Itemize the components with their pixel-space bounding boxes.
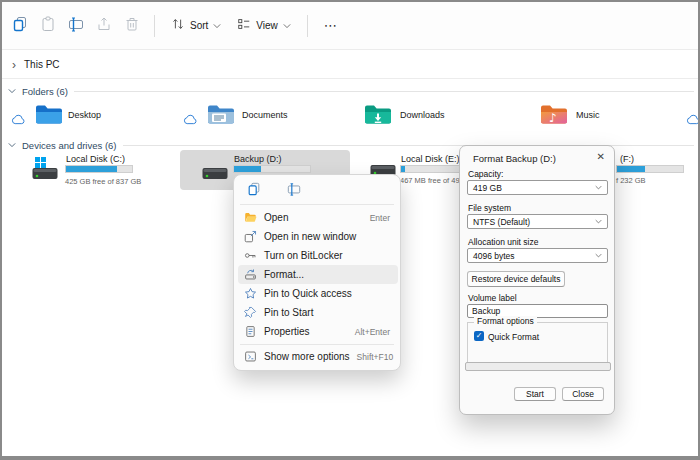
view-icon bbox=[237, 17, 251, 35]
chevron-down-icon bbox=[8, 142, 16, 148]
capacity-label: Capacity: bbox=[468, 169, 503, 179]
toolbar-separator bbox=[307, 15, 308, 37]
folders-section-title: Folders (6) bbox=[22, 86, 68, 97]
menu-item-label: Pin to Start bbox=[264, 307, 383, 318]
allocation-unit-label: Allocation unit size bbox=[468, 237, 538, 247]
format-options-label: Format options bbox=[474, 316, 537, 326]
paste-icon bbox=[40, 16, 56, 36]
menu-item-show-more-options[interactable]: Show more options Shift+F10 bbox=[238, 347, 398, 366]
menu-item-pin-to-start[interactable]: Pin to Start bbox=[238, 303, 398, 322]
rename-button[interactable] bbox=[62, 12, 90, 40]
paste-button[interactable] bbox=[34, 12, 62, 40]
folder-tile-downloads[interactable] bbox=[354, 100, 519, 132]
drive-usage-fill bbox=[234, 166, 261, 172]
drive-tile-f[interactable] bbox=[616, 150, 698, 190]
context-menu: Open Enter Open in new window Turn on Bi… bbox=[233, 174, 401, 371]
menu-item-format[interactable]: Format... bbox=[238, 265, 398, 284]
star-icon bbox=[244, 287, 257, 300]
menu-item-shortcut: Enter bbox=[370, 213, 390, 223]
more-options-icon bbox=[244, 350, 257, 363]
breadcrumb: › This PC bbox=[2, 51, 698, 79]
folders-section-header[interactable]: Folders (6) bbox=[8, 84, 694, 98]
rename-icon bbox=[68, 16, 84, 36]
menu-item-label: Format... bbox=[264, 269, 383, 280]
format-options-group bbox=[467, 322, 608, 364]
menu-item-label: Properties bbox=[264, 326, 348, 337]
menu-item-label: Open in new window bbox=[264, 231, 383, 242]
restore-defaults-button[interactable]: Restore device defaults bbox=[467, 271, 565, 287]
menu-item-label: Show more options bbox=[264, 351, 350, 362]
copy-button[interactable] bbox=[6, 12, 34, 40]
chevron-down-icon bbox=[595, 185, 602, 190]
dialog-title: Format Backup (D:) bbox=[473, 153, 556, 164]
delete-button[interactable] bbox=[118, 12, 146, 40]
close-button[interactable]: Close bbox=[562, 387, 604, 401]
chevron-down-icon bbox=[595, 219, 602, 224]
folder-tile-music[interactable] bbox=[530, 100, 680, 132]
more-options-button[interactable]: ⋯ bbox=[316, 18, 346, 33]
folder-tile-desktop[interactable] bbox=[8, 100, 173, 132]
view-button[interactable]: View bbox=[229, 13, 299, 39]
file-system-value: NTFS (Default) bbox=[473, 217, 530, 227]
menu-item-shortcut: Shift+F10 bbox=[357, 352, 394, 362]
menu-item-label: Open bbox=[264, 212, 363, 223]
menu-separator bbox=[240, 204, 394, 205]
copy-icon bbox=[247, 182, 261, 200]
chevron-down-icon bbox=[595, 253, 602, 258]
drive-label: Backup (D:) bbox=[234, 154, 282, 164]
context-menu-icon-row bbox=[243, 182, 305, 200]
file-system-dropdown[interactable]: NTFS (Default) bbox=[467, 214, 608, 229]
menu-item-turn-on-bitlocker[interactable]: Turn on BitLocker bbox=[238, 246, 398, 265]
menu-item-label: Pin to Quick access bbox=[264, 288, 383, 299]
toolbar-separator bbox=[154, 15, 155, 37]
section-divider bbox=[74, 91, 694, 92]
devices-section-title: Devices and drives (6) bbox=[22, 140, 117, 151]
allocation-unit-dropdown[interactable]: 4096 bytes bbox=[467, 248, 608, 263]
file-system-label: File system bbox=[468, 203, 511, 213]
properties-icon bbox=[244, 325, 257, 338]
file-explorer-window: Sort View ⋯ › This PC Folders (6) Deskto… bbox=[0, 0, 700, 460]
start-button[interactable]: Start bbox=[514, 387, 556, 401]
pin-icon bbox=[244, 306, 257, 319]
sort-icon bbox=[171, 17, 185, 35]
quick-format-checkbox[interactable]: ✓ bbox=[474, 331, 484, 341]
bitlocker-key-icon bbox=[244, 249, 257, 262]
delete-icon bbox=[124, 16, 140, 36]
allocation-unit-value: 4096 bytes bbox=[473, 251, 515, 261]
capacity-dropdown[interactable]: 419 GB bbox=[467, 180, 608, 195]
volume-label-label: Volume label bbox=[468, 293, 517, 303]
drive-usage-bar bbox=[233, 165, 311, 173]
menu-item-shortcut: Alt+Enter bbox=[355, 327, 390, 337]
view-label: View bbox=[256, 20, 278, 31]
cloud-sync-icon bbox=[686, 111, 700, 129]
rename-button[interactable] bbox=[283, 182, 305, 200]
menu-separator bbox=[240, 344, 394, 345]
copy-button[interactable] bbox=[243, 182, 265, 200]
rename-icon bbox=[287, 182, 301, 200]
format-drive-icon bbox=[244, 268, 257, 281]
format-dialog: Format Backup (D:) ✕ Capacity: 419 GB Fi… bbox=[459, 145, 615, 415]
menu-item-properties[interactable]: Properties Alt+Enter bbox=[238, 322, 398, 341]
chevron-down-icon bbox=[283, 23, 291, 29]
breadcrumb-this-pc[interactable]: This PC bbox=[24, 59, 60, 70]
quick-format-label: Quick Format bbox=[488, 332, 539, 342]
toolbar: Sort View ⋯ bbox=[2, 2, 698, 50]
folder-open-icon bbox=[244, 211, 257, 224]
menu-item-pin-to-quick-access[interactable]: Pin to Quick access bbox=[238, 284, 398, 303]
breadcrumb-chevron-icon[interactable]: › bbox=[12, 59, 16, 71]
sort-button[interactable]: Sort bbox=[163, 13, 229, 39]
sort-label: Sort bbox=[190, 20, 208, 31]
folder-tile-documents[interactable] bbox=[180, 100, 345, 132]
format-progress-bar bbox=[465, 362, 611, 371]
share-icon bbox=[96, 16, 112, 36]
new-window-icon bbox=[244, 230, 257, 243]
menu-item-open-in-new-window[interactable]: Open in new window bbox=[238, 227, 398, 246]
menu-item-open[interactable]: Open Enter bbox=[238, 208, 398, 227]
menu-item-label: Turn on BitLocker bbox=[264, 250, 383, 261]
chevron-down-icon bbox=[213, 23, 221, 29]
chevron-down-icon bbox=[8, 88, 16, 94]
close-icon[interactable]: ✕ bbox=[597, 151, 605, 162]
drive-tile-local-disk-c[interactable] bbox=[27, 150, 177, 190]
share-button[interactable] bbox=[90, 12, 118, 40]
drive-icon bbox=[202, 166, 228, 184]
